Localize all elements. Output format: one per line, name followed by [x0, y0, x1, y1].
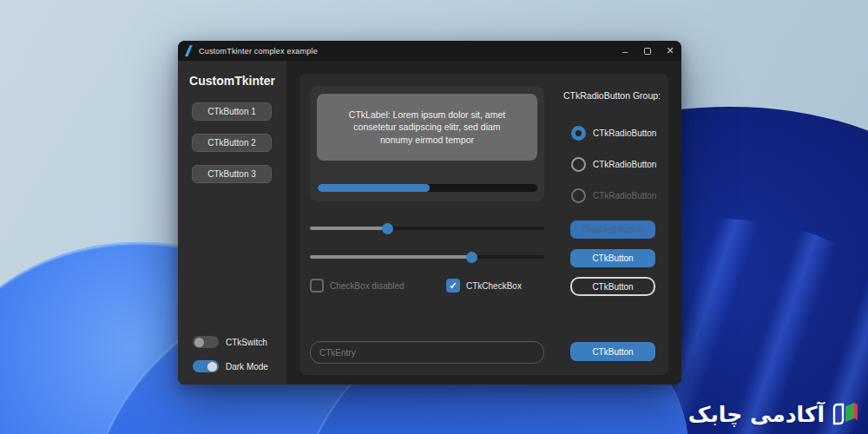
slider-knob[interactable]	[466, 252, 477, 263]
info-label: CTkLabel: Lorem ipsum dolor sit, amet co…	[317, 94, 537, 161]
radio-label: CTkRadioButton	[593, 160, 656, 169]
checkbox-item[interactable]: ✓ CheckBox disabled	[310, 279, 404, 293]
switch-knob	[207, 362, 217, 372]
switch-track[interactable]	[193, 336, 219, 348]
academy-logo-icon	[832, 401, 859, 427]
close-icon: ✕	[666, 45, 674, 56]
check-icon: ✓	[449, 281, 457, 291]
switch-row[interactable]: CTkSwitch	[193, 336, 267, 348]
checkbox-item[interactable]: ✓ CTkCheckBox	[446, 279, 522, 293]
slider-knob[interactable]	[382, 223, 393, 234]
radio-item[interactable]: CTkRadioButton	[571, 126, 656, 141]
right-button[interactable]: CTkButton	[570, 249, 655, 267]
right-button[interactable]: Disabled Button	[570, 220, 655, 239]
app-window: CustomTkinter complex example – ✕ Custom…	[178, 41, 681, 385]
radio-label: CTkRadioButton	[593, 191, 656, 201]
progressbar-fill	[318, 184, 430, 192]
maximize-button[interactable]	[636, 41, 659, 61]
right-button[interactable]: CTkButton	[570, 277, 655, 296]
window-controls: – ✕	[614, 41, 681, 61]
info-frame: CTkLabel: Lorem ipsum dolor sit, amet co…	[310, 86, 544, 201]
sidebar-button-1[interactable]: CTkButton 1	[192, 102, 272, 121]
progressbar	[318, 184, 537, 192]
checkbox-box[interactable]: ✓	[446, 279, 460, 293]
main-frame: CTkLabel: Lorem ipsum dolor sit, amet co…	[299, 74, 668, 375]
radio-circle-icon[interactable]	[571, 157, 586, 172]
bottom-button[interactable]: CTkButton	[570, 342, 655, 361]
radio-label: CTkRadioButton	[593, 128, 656, 138]
minimize-button[interactable]: –	[614, 41, 636, 61]
window-body: CustomTkinter CTkButton 1 CTkButton 2 CT…	[178, 61, 681, 385]
radio-item[interactable]: CTkRadioButton	[571, 157, 656, 172]
minimize-icon: –	[622, 46, 628, 56]
radio-circle-icon[interactable]	[571, 188, 586, 203]
switch-track[interactable]	[193, 360, 219, 372]
app-logo-icon	[185, 45, 193, 56]
checkbox-box[interactable]: ✓	[310, 279, 324, 293]
switch-label: CTkSwitch	[226, 338, 267, 347]
watermark-text: آکادمی چابک	[688, 402, 825, 427]
sidebar: CustomTkinter CTkButton 1 CTkButton 2 CT…	[178, 61, 286, 385]
switch-row[interactable]: Dark Mode	[193, 360, 268, 372]
entry-input[interactable]	[310, 341, 544, 364]
radio-item[interactable]: CTkRadioButton	[571, 188, 656, 203]
slider[interactable]	[310, 251, 544, 263]
checkbox-label: CheckBox disabled	[330, 281, 404, 291]
switch-label: Dark Mode	[226, 362, 268, 372]
radio-group-label: CTkRadioButton Group:	[556, 90, 668, 101]
window-title: CustomTkinter complex example	[199, 47, 318, 56]
slider-fill	[310, 255, 471, 259]
close-button[interactable]: ✕	[659, 41, 681, 61]
info-label-text: CTkLabel: Lorem ipsum dolor sit, amet co…	[348, 108, 506, 147]
sidebar-button-2[interactable]: CTkButton 2	[192, 134, 272, 152]
switch-knob	[194, 338, 204, 347]
slider-fill	[310, 227, 387, 230]
slider[interactable]	[310, 222, 544, 234]
checkbox-label: CTkCheckBox	[466, 281, 522, 291]
radio-circle-icon[interactable]	[571, 126, 586, 141]
sidebar-button-3[interactable]: CTkButton 3	[192, 165, 272, 183]
title-bar[interactable]: CustomTkinter complex example – ✕	[178, 41, 681, 61]
sidebar-title: CustomTkinter	[178, 74, 286, 88]
maximize-icon	[644, 48, 651, 55]
watermark: آکادمی چابک	[688, 401, 859, 427]
